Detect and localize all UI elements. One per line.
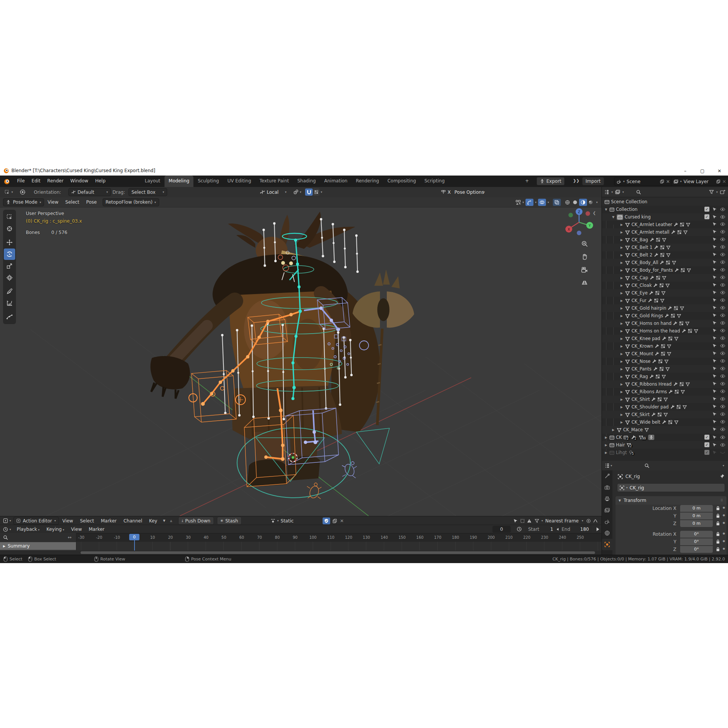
expand-icon[interactable]: ▶ (620, 405, 624, 409)
active-tool-icon[interactable] (5, 190, 9, 195)
chevron-down-icon[interactable]: ▾ (11, 190, 13, 194)
tab-sculpting[interactable]: Sculpting (193, 176, 223, 187)
current-frame-field[interactable]: 0 (492, 526, 511, 533)
expand-icon[interactable]: ▶ (620, 329, 624, 333)
selectable-pointer-icon[interactable] (712, 374, 717, 378)
timeline-ruler[interactable]: -30-20-101020304050607080901001101201301… (0, 533, 601, 542)
selectable-pointer-icon[interactable] (712, 343, 717, 348)
outliner-row-ck-body-all[interactable]: ▶CK_Body_All (602, 259, 728, 266)
outliner-row-ck-horns-on-the-head[interactable]: ▶CK_Horns on the head (602, 327, 728, 335)
eye-icon[interactable] (720, 359, 725, 363)
proportional-edit-icon[interactable] (586, 519, 591, 523)
expand-icon[interactable]: ▶ (620, 246, 624, 249)
menu-help[interactable]: Help (92, 176, 109, 187)
tool-move[interactable] (4, 237, 15, 248)
chevron-down-icon[interactable]: ▾ (9, 528, 11, 531)
drag-dropdown[interactable]: Select Box▾ (128, 188, 167, 196)
outliner-row-ck-shoulder-pad[interactable]: ▶CK_Shoulder pad (602, 403, 728, 411)
chevron-down-icon[interactable]: ▾ (611, 464, 612, 467)
lock-icon[interactable] (716, 547, 720, 552)
expand-icon[interactable]: ▼ (611, 215, 615, 219)
lock-icon[interactable] (716, 521, 720, 526)
selectable-pointer-icon[interactable] (712, 245, 717, 249)
chevron-down-icon[interactable]: ▾ (300, 190, 301, 194)
expand-icon[interactable]: ▼ (604, 208, 608, 211)
eye-icon[interactable] (720, 260, 725, 264)
expand-icon[interactable]: ▶ (604, 443, 608, 447)
tool-rotate[interactable] (4, 248, 15, 260)
start-frame-field[interactable]: Start1 (525, 526, 556, 533)
eye-icon[interactable] (720, 367, 725, 370)
expand-icon[interactable]: ▶ (620, 269, 624, 272)
editor-type-icon[interactable] (3, 518, 8, 523)
selectable-pointer-icon[interactable] (712, 229, 717, 234)
selectable-pointer-icon[interactable] (712, 237, 717, 242)
outliner-row-scene-collection[interactable]: Scene Collection (602, 198, 728, 206)
tab-rendering[interactable]: Rendering (351, 176, 383, 187)
tab-render[interactable] (602, 482, 612, 493)
options-chevron-icon[interactable]: ▾ (723, 464, 724, 467)
viewport-menu-select[interactable]: Select (62, 199, 83, 205)
display-mode-icon[interactable] (615, 190, 620, 195)
lock-icon[interactable] (716, 532, 720, 537)
navigation-gizmo[interactable]: Z X Y (565, 208, 593, 237)
selectable-pointer-icon[interactable] (712, 290, 717, 295)
maximize-button[interactable]: ▢ (694, 166, 711, 176)
exclude-checkbox[interactable]: ✓ (704, 214, 709, 219)
chevron-down-icon[interactable]: ▾ (9, 519, 11, 522)
eye-icon[interactable] (720, 405, 725, 408)
orbit-gizmo-icon[interactable] (20, 189, 25, 195)
filter-icon[interactable] (709, 190, 714, 195)
selectable-pointer-icon[interactable] (712, 305, 717, 310)
pan-hand-icon[interactable] (581, 253, 588, 260)
expand-icon[interactable]: ▶ (620, 367, 624, 371)
outliner-row-hair[interactable]: ▶Hair2✓ (602, 441, 728, 449)
eye-icon[interactable] (720, 336, 725, 340)
search-icon[interactable] (644, 463, 649, 468)
animate-dot[interactable]: ● (723, 540, 725, 543)
selectable-pointer-icon[interactable] (712, 298, 717, 302)
eye-icon[interactable] (720, 253, 725, 256)
expand-icon[interactable]: ▶ (620, 276, 624, 280)
outliner-row-ck-rag[interactable]: ▶CK_Rag (602, 373, 728, 380)
eye-icon[interactable] (720, 344, 725, 348)
tool-measure[interactable] (4, 298, 15, 309)
expand-icon[interactable]: ▶ (620, 337, 624, 340)
scene-selector[interactable]: ▾ Scene ✕ (614, 177, 673, 186)
show-gizmo-toggle[interactable] (525, 199, 533, 206)
outliner-row-ck-mace[interactable]: ▶CK_Mace (602, 426, 728, 434)
keying-icon[interactable] (271, 518, 275, 523)
outliner-row-ck-armlet-leather[interactable]: ▶CK_Armlet Leather (602, 221, 728, 228)
chevron-down-icon[interactable]: ▾ (716, 190, 718, 194)
eye-icon[interactable] (720, 435, 725, 439)
outliner-row-ck-gold-rings[interactable]: ▶CK_Gold Rings (602, 312, 728, 320)
tool-select-box[interactable] (4, 211, 15, 223)
eye-icon[interactable] (720, 351, 725, 355)
tab-scene[interactable] (602, 516, 612, 527)
expand-icon[interactable]: ▶ (620, 421, 624, 424)
selectable-pointer-icon[interactable] (712, 443, 717, 447)
minimize-button[interactable]: – (677, 166, 694, 176)
editor-type-icon[interactable] (604, 190, 609, 195)
expand-icon[interactable]: ▶ (620, 352, 624, 356)
viewport-menu-view[interactable]: View (44, 199, 62, 205)
eye-closed-icon[interactable] (720, 451, 725, 454)
transform-value-field[interactable]: 0° (680, 531, 713, 538)
chevron-down-icon[interactable]: ▾ (285, 190, 286, 194)
outliner-row-ck-belt-2[interactable]: ▶CK_Belt 2 (602, 251, 728, 259)
animate-dot[interactable]: ● (723, 521, 725, 524)
timeline-menu-marker[interactable]: Marker (85, 527, 108, 532)
shading-rendered-button[interactable] (587, 199, 595, 206)
outliner-row-ck[interactable]: ▶CK2299✓ (602, 434, 728, 441)
outliner-row-ck-horns-on-hand[interactable]: ▶CK_Horns on hand (602, 320, 728, 327)
dope-sheet-menu-marker[interactable]: Marker (97, 518, 120, 524)
toggle-ortho-icon[interactable] (581, 279, 588, 286)
box-select-icon[interactable] (520, 519, 525, 523)
expand-icon[interactable]: ▶ (620, 223, 624, 226)
menu-file[interactable]: File (14, 176, 28, 187)
eye-icon[interactable] (720, 306, 725, 310)
eye-icon[interactable] (720, 275, 725, 279)
tab-layout[interactable]: Layout (141, 176, 165, 187)
selectable-pointer-icon[interactable] (712, 404, 717, 409)
eye-icon[interactable] (720, 245, 725, 249)
